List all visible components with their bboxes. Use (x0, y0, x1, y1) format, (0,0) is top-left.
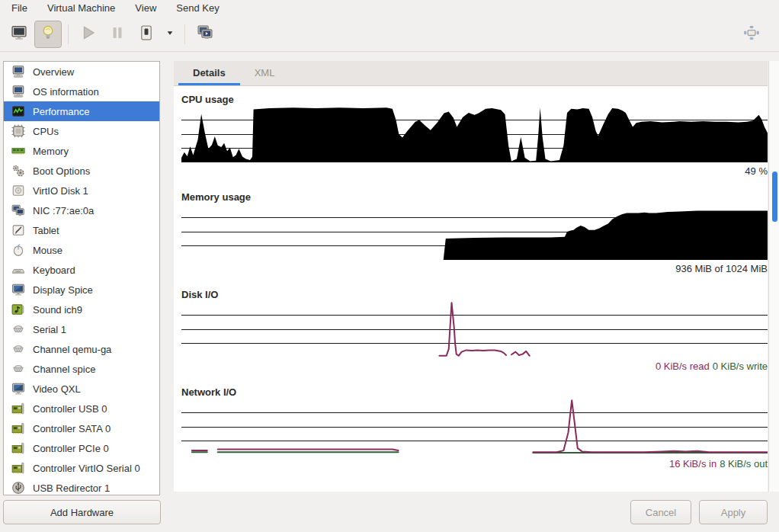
sidebar-item-memory[interactable]: Memory (4, 141, 159, 161)
add-hardware-button[interactable]: Add Hardware (3, 500, 161, 524)
apply-button[interactable]: Apply (699, 500, 768, 524)
sidebar-item-cpus[interactable]: CPUs (4, 121, 159, 141)
sidebar-item-controller-sata-0[interactable]: Controller SATA 0 (4, 418, 159, 438)
cpu-stat-text: 49 % (745, 165, 768, 177)
toolbar-shutdown-button[interactable] (133, 21, 160, 48)
sidebar-item-channel-spice[interactable]: Channel spice (4, 359, 159, 379)
sidebar-item-video-qxl[interactable]: Video QXL (4, 379, 159, 399)
disk-io-sparkline (181, 301, 768, 357)
nic-icon (11, 204, 26, 217)
sidebar-item-display-spice[interactable]: Display Spice (4, 280, 159, 300)
disk-io-value: 0 KiB/s read0 KiB/s write (181, 361, 768, 372)
monitor-icon (11, 24, 27, 43)
virt-manager-window: FileVirtual MachineViewSend Key Overview… (0, 0, 779, 532)
disk-icon (11, 184, 26, 197)
disk-stat-text-1: 0 KiB/s write (713, 361, 768, 372)
sidebar-item-controller-pcie-0[interactable]: Controller PCIe 0 (4, 438, 159, 458)
sidebar-item-boot-options[interactable]: Boot Options (4, 161, 159, 181)
mouse-icon (11, 243, 26, 257)
sidebar-item-sound-ich9[interactable]: Sound ich9 (4, 300, 159, 319)
sidebar-item-label: CPUs (33, 126, 59, 137)
controller-icon (11, 402, 26, 415)
toolbar-separator (184, 24, 185, 44)
performance-panel: CPU usage 49 % Memory usage 936 MiB of 1… (174, 86, 768, 492)
serial-icon (11, 362, 26, 376)
hardware-list: OverviewOS informationPerformanceCPUsMem… (3, 61, 160, 495)
sidebar-item-label: Channel spice (33, 364, 95, 375)
sidebar-item-label: Controller PCIe 0 (33, 443, 109, 454)
toolbar-show-graphical-console-button[interactable] (5, 21, 33, 48)
sidebar-item-label: USB Redirector 1 (33, 482, 110, 494)
network-io-chart: Network I/O 16 KiB/s in8 KiB/s out (181, 386, 768, 484)
sidebar-item-virtio-disk-1[interactable]: VirtIO Disk 1 (4, 181, 159, 200)
toolbar-separator (68, 24, 69, 44)
sidebar-item-serial-1[interactable]: Serial 1 (4, 319, 159, 339)
memory-usage-chart: Memory usage 936 MiB of 1024 MiB (181, 191, 768, 289)
display-icon (11, 382, 26, 396)
menu-view[interactable]: View (125, 0, 166, 17)
toolbar-run-button[interactable] (75, 21, 102, 48)
cpu-usage-value: 49 % (181, 165, 768, 177)
sidebar-item-label: Overview (33, 66, 74, 78)
usb-icon (11, 481, 26, 495)
network-stat-text-1: 8 KiB/s out (720, 458, 768, 470)
controller-icon (11, 421, 26, 435)
sidebar-item-label: NIC :77:ae:0a (33, 205, 94, 216)
menu-virtual-machine[interactable]: Virtual Machine (37, 0, 125, 17)
disk-stat-text-0: 0 KiB/s read (656, 361, 710, 372)
sidebar-item-mouse[interactable]: Mouse (4, 240, 159, 260)
toolbar-shutdown-menu-button[interactable] (162, 21, 178, 48)
scrollbar-track[interactable] (768, 61, 779, 492)
toolbar-fullscreen-button[interactable] (738, 21, 765, 48)
scrollbar-thumb[interactable] (772, 171, 777, 222)
computer-icon (11, 65, 26, 79)
sidebar-item-tablet[interactable]: Tablet (4, 220, 159, 240)
tab-strip: Details XML (174, 61, 768, 86)
tab-xml[interactable]: XML (240, 61, 290, 85)
network-io-title: Network I/O (181, 386, 236, 398)
menu-send-key[interactable]: Send Key (166, 0, 229, 17)
toolbar-show-virtual-hardware-details-button[interactable] (34, 21, 62, 48)
sidebar-item-label: Serial 1 (33, 324, 66, 335)
keyboard-icon (11, 263, 26, 277)
sidebar-item-label: Performance (33, 106, 89, 117)
sound-icon (11, 303, 26, 316)
sidebar-item-label: Mouse (33, 245, 63, 256)
shutdown-icon (138, 24, 155, 43)
sidebar-item-usb-redirector-1[interactable]: USB Redirector 1 (4, 478, 159, 495)
toolbar-pause-button[interactable] (104, 21, 131, 48)
sidebar-item-label: Controller VirtIO Serial 0 (33, 463, 140, 474)
menu-bar: FileVirtual MachineViewSend Key (0, 0, 779, 17)
sidebar-item-label: Tablet (33, 225, 59, 236)
computer-icon (11, 85, 26, 98)
network-stat-text-0: 16 KiB/s in (669, 458, 716, 470)
toolbar-manage-snapshots-button[interactable] (191, 21, 219, 48)
memory-usage-title: Memory usage (181, 191, 251, 203)
sidebar-item-nic-77-ae-0a[interactable]: NIC :77:ae:0a (4, 200, 159, 220)
sidebar-item-performance[interactable]: Performance (4, 101, 159, 121)
controller-icon (11, 441, 26, 455)
sidebar-item-overview[interactable]: Overview (4, 62, 159, 82)
cancel-button[interactable]: Cancel (630, 500, 691, 524)
sidebar-item-os-information[interactable]: OS information (4, 82, 159, 101)
tablet-icon (11, 223, 26, 237)
sidebar-item-label: Controller SATA 0 (33, 423, 111, 434)
tab-details[interactable]: Details (178, 61, 240, 85)
sidebar-item-label: Controller USB 0 (33, 403, 107, 415)
performance-icon (11, 104, 26, 118)
cpu-usage-sparkline (181, 106, 768, 162)
lightbulb-icon (40, 24, 56, 43)
snapshots-icon (197, 24, 213, 43)
toolbar (0, 17, 779, 52)
sidebar-item-controller-usb-0[interactable]: Controller USB 0 (4, 399, 159, 418)
network-io-sparkline (181, 399, 768, 455)
sidebar-item-channel-qemu-ga[interactable]: Channel qemu-ga (4, 339, 159, 359)
network-io-value: 16 KiB/s in8 KiB/s out (181, 458, 768, 470)
cpu-usage-title: CPU usage (181, 94, 234, 105)
controller-icon (11, 461, 26, 475)
sidebar-item-label: Boot Options (33, 165, 90, 177)
menu-file[interactable]: File (2, 0, 37, 17)
sidebar-item-label: OS information (33, 86, 99, 98)
sidebar-item-keyboard[interactable]: Keyboard (4, 260, 159, 280)
sidebar-item-controller-virtio-serial-0[interactable]: Controller VirtIO Serial 0 (4, 458, 159, 478)
